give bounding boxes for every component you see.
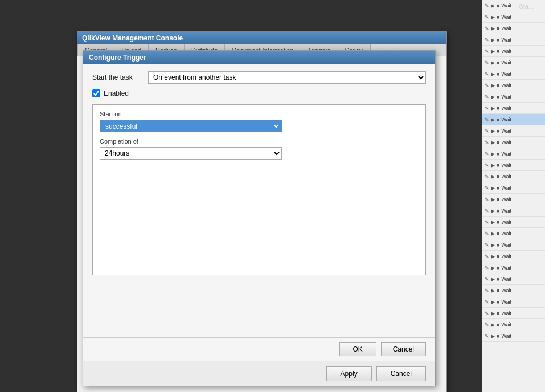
stop-icon[interactable]: ■ [497, 14, 499, 20]
play-icon[interactable]: ▶ [491, 94, 495, 100]
edit-icon[interactable]: ✎ [485, 231, 489, 236]
play-icon[interactable]: ▶ [491, 26, 495, 31]
stop-icon[interactable]: ■ [497, 26, 499, 31]
stop-icon[interactable]: ■ [497, 151, 499, 157]
stop-icon[interactable]: ■ [497, 174, 499, 179]
edit-icon[interactable]: ✎ [485, 71, 489, 77]
stop-icon[interactable]: ■ [497, 197, 499, 202]
play-icon[interactable]: ▶ [491, 185, 495, 191]
play-icon[interactable]: ▶ [491, 117, 495, 122]
stop-icon[interactable]: ■ [497, 311, 499, 316]
edit-icon[interactable]: ✎ [485, 208, 489, 214]
edit-icon[interactable]: ✎ [485, 94, 489, 100]
play-icon[interactable]: ▶ [491, 311, 495, 316]
play-icon[interactable]: ▶ [491, 174, 495, 179]
play-icon[interactable]: ▶ [491, 71, 495, 77]
stop-icon[interactable]: ■ [497, 299, 499, 305]
edit-icon[interactable]: ✎ [485, 288, 489, 293]
edit-icon[interactable]: ✎ [485, 276, 489, 282]
play-icon[interactable]: ▶ [491, 288, 495, 293]
play-icon[interactable]: ▶ [491, 140, 495, 145]
edit-icon[interactable]: ✎ [485, 105, 489, 111]
stop-icon[interactable]: ■ [497, 254, 499, 259]
play-icon[interactable]: ▶ [491, 83, 495, 88]
stop-icon[interactable]: ■ [497, 288, 499, 293]
edit-icon[interactable]: ✎ [485, 37, 489, 43]
stop-icon[interactable]: ■ [497, 219, 499, 225]
play-icon[interactable]: ▶ [491, 197, 495, 202]
stop-icon[interactable]: ■ [497, 276, 499, 282]
enabled-checkbox[interactable] [92, 89, 100, 97]
stop-icon[interactable]: ■ [497, 37, 499, 43]
play-icon[interactable]: ▶ [491, 219, 495, 225]
cancel-footer-button[interactable]: Cancel [376, 366, 426, 381]
edit-icon[interactable]: ✎ [485, 128, 489, 134]
stop-icon[interactable]: ■ [497, 185, 499, 191]
stop-icon[interactable]: ■ [497, 162, 499, 168]
play-icon[interactable]: ▶ [491, 265, 495, 271]
edit-icon[interactable]: ✎ [485, 174, 489, 179]
play-icon[interactable]: ▶ [491, 333, 495, 339]
apply-button[interactable]: Apply [326, 366, 372, 381]
edit-icon[interactable]: ✎ [485, 117, 489, 122]
play-icon[interactable]: ▶ [491, 162, 495, 168]
edit-icon[interactable]: ✎ [485, 311, 489, 316]
stop-icon[interactable]: ■ [497, 3, 499, 9]
play-icon[interactable]: ▶ [491, 3, 495, 9]
play-icon[interactable]: ▶ [491, 254, 495, 259]
edit-icon[interactable]: ✎ [485, 151, 489, 157]
edit-icon[interactable]: ✎ [485, 299, 489, 305]
stop-icon[interactable]: ■ [497, 60, 499, 66]
ok-button[interactable]: OK [339, 342, 376, 356]
edit-icon[interactable]: ✎ [485, 60, 489, 66]
play-icon[interactable]: ▶ [491, 14, 495, 20]
completion-of-select[interactable]: 24hours12hours6hours [100, 147, 282, 160]
edit-icon[interactable]: ✎ [485, 83, 489, 88]
stop-icon[interactable]: ■ [497, 48, 499, 54]
stop-icon[interactable]: ■ [497, 333, 499, 339]
edit-icon[interactable]: ✎ [485, 26, 489, 31]
stop-icon[interactable]: ■ [497, 94, 499, 100]
play-icon[interactable]: ▶ [491, 299, 495, 305]
stop-icon[interactable]: ■ [497, 140, 499, 145]
edit-icon[interactable]: ✎ [485, 3, 489, 9]
play-icon[interactable]: ▶ [491, 48, 495, 54]
play-icon[interactable]: ▶ [491, 128, 495, 134]
edit-icon[interactable]: ✎ [485, 48, 489, 54]
start-on-select[interactable]: successfulfailedaborted [100, 120, 282, 132]
edit-icon[interactable]: ✎ [485, 219, 489, 225]
play-icon[interactable]: ▶ [491, 231, 495, 236]
stop-icon[interactable]: ■ [497, 242, 499, 248]
play-icon[interactable]: ▶ [491, 151, 495, 157]
edit-icon[interactable]: ✎ [485, 140, 489, 145]
stop-icon[interactable]: ■ [497, 117, 499, 122]
edit-icon[interactable]: ✎ [485, 197, 489, 202]
play-icon[interactable]: ▶ [491, 60, 495, 66]
edit-icon[interactable]: ✎ [485, 322, 489, 328]
play-icon[interactable]: ▶ [491, 105, 495, 111]
stop-icon[interactable]: ■ [497, 231, 499, 236]
start-task-select[interactable]: On event from another task [148, 71, 426, 84]
edit-icon[interactable]: ✎ [485, 162, 489, 168]
edit-icon[interactable]: ✎ [485, 185, 489, 191]
stop-icon[interactable]: ■ [497, 83, 499, 88]
play-icon[interactable]: ▶ [491, 322, 495, 328]
play-icon[interactable]: ▶ [491, 242, 495, 248]
stop-icon[interactable]: ■ [497, 322, 499, 328]
start-task-label: Start the task [92, 74, 144, 81]
cancel-inner-button[interactable]: Cancel [381, 342, 426, 356]
stop-icon[interactable]: ■ [497, 265, 499, 271]
edit-icon[interactable]: ✎ [485, 14, 489, 20]
stop-icon[interactable]: ■ [497, 71, 499, 77]
play-icon[interactable]: ▶ [491, 276, 495, 282]
stop-icon[interactable]: ■ [497, 105, 499, 111]
edit-icon[interactable]: ✎ [485, 265, 489, 271]
right-row: ✎ ▶ ■ Wait [482, 80, 545, 91]
play-icon[interactable]: ▶ [491, 37, 495, 43]
stop-icon[interactable]: ■ [497, 208, 499, 214]
stop-icon[interactable]: ■ [497, 128, 499, 134]
edit-icon[interactable]: ✎ [485, 242, 489, 248]
edit-icon[interactable]: ✎ [485, 254, 489, 259]
edit-icon[interactable]: ✎ [485, 333, 489, 339]
play-icon[interactable]: ▶ [491, 208, 495, 214]
